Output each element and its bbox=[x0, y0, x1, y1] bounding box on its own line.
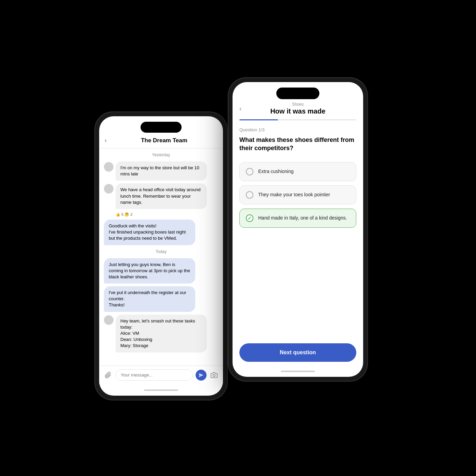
date-today: Today bbox=[104, 249, 218, 254]
quiz-option-3[interactable]: ✓ Hand made in Italy, one of a kind desi… bbox=[239, 209, 356, 228]
quiz-back-button[interactable]: ‹ bbox=[239, 105, 242, 113]
radio-button-2[interactable] bbox=[246, 191, 253, 199]
avatar bbox=[104, 162, 114, 172]
home-indicator-front bbox=[233, 365, 363, 377]
question-number: Question 1/3 bbox=[239, 127, 356, 132]
message-bubble: We have a head office visit today around… bbox=[116, 183, 207, 209]
message-reactions: 👍 5 🤔 2 bbox=[116, 212, 218, 217]
radio-button-3[interactable]: ✓ bbox=[246, 214, 253, 222]
dynamic-island-back bbox=[141, 122, 182, 133]
attach-icon[interactable] bbox=[103, 370, 113, 380]
chat-back-button[interactable]: ‹ bbox=[105, 137, 107, 144]
avatar bbox=[104, 184, 114, 194]
quiz-screen: ‹ Shoes How it was made Question 1/3 Wha… bbox=[233, 82, 363, 377]
message-bubble: Just letting you guys know, Ben is comin… bbox=[104, 258, 195, 284]
send-button[interactable] bbox=[196, 370, 207, 381]
list-item: I'm on my way to the store but will be 1… bbox=[104, 161, 218, 181]
list-item: We have a head office visit today around… bbox=[104, 183, 218, 209]
checkmark-icon: ✓ bbox=[248, 215, 252, 221]
message-bubble: Hey team, let's smash out these tasks to… bbox=[116, 315, 207, 353]
chat-phone: ‹ The Dream Team Yesterday I'm on my way… bbox=[94, 111, 228, 400]
message-bubble: I'm on my way to the store but will be 1… bbox=[116, 161, 207, 181]
chat-title: The Dream Team bbox=[111, 137, 217, 144]
chat-screen: ‹ The Dream Team Yesterday I'm on my way… bbox=[99, 116, 223, 396]
chat-input[interactable] bbox=[116, 369, 193, 381]
dynamic-island-front bbox=[276, 88, 319, 99]
question-text: What makes these shoes different from th… bbox=[239, 136, 356, 153]
quiz-body: Question 1/3 What makes these shoes diff… bbox=[233, 120, 363, 338]
svg-point-0 bbox=[213, 374, 215, 376]
quiz-options: Extra cushioning They make your toes loo… bbox=[239, 162, 356, 332]
home-indicator bbox=[99, 384, 223, 396]
option-text-1: Extra cushioning bbox=[258, 168, 294, 175]
quiz-heading: How it was made bbox=[239, 107, 356, 115]
option-text-2: They make your toes look pointier bbox=[258, 191, 330, 198]
option-text-3: Hand made in Italy, one of a kind design… bbox=[258, 215, 347, 221]
list-item: Hey team, let's smash out these tasks to… bbox=[104, 315, 218, 353]
quiz-option-2[interactable]: They make your toes look pointier bbox=[239, 185, 356, 204]
quiz-header-center: Shoes How it was made bbox=[239, 102, 356, 115]
date-yesterday: Yesterday bbox=[104, 153, 218, 157]
chat-messages: Yesterday I'm on my way to the store but… bbox=[99, 148, 223, 366]
next-question-button[interactable]: Next question bbox=[239, 343, 356, 362]
quiz-category: Shoes bbox=[239, 102, 356, 107]
radio-button-1[interactable] bbox=[246, 168, 253, 175]
quiz-phone: ‹ Shoes How it was made Question 1/3 Wha… bbox=[228, 77, 368, 382]
message-bubble: I've put it underneath the register at o… bbox=[104, 286, 195, 312]
message-bubble: Goodluck with the visits! I've finished … bbox=[104, 220, 195, 245]
quiz-option-1[interactable]: Extra cushioning bbox=[239, 162, 356, 181]
chat-input-bar bbox=[99, 366, 223, 384]
avatar bbox=[104, 315, 114, 325]
camera-icon[interactable] bbox=[209, 370, 219, 380]
